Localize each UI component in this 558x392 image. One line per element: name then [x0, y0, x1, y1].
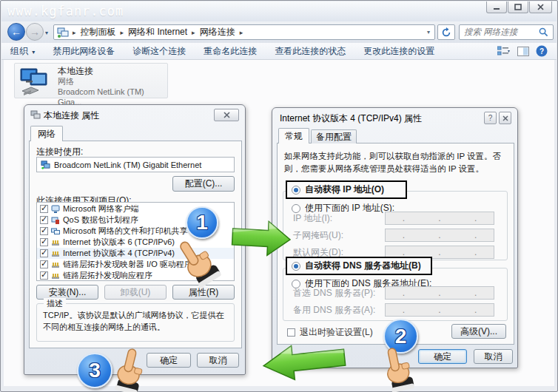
search-placeholder: 搜索 网络连接 [464, 27, 539, 38]
description-text: TCP/IP。该协议是默认的广域网络协议，它提供在不同的相互连接的网络上的通讯。 [37, 304, 234, 334]
client-service-icon [51, 205, 60, 214]
address-bar[interactable]: ▸ 控制面板 ▸ 网络和 Internet ▸ 网络连接 ▸ ▾ [53, 24, 435, 40]
qos-service-icon [51, 216, 60, 225]
views-icon[interactable] [497, 46, 511, 56]
adapter-icon [41, 160, 50, 169]
radio-manual-ip[interactable] [292, 204, 300, 213]
maximize-button[interactable] [508, 1, 528, 13]
search-icon[interactable] [539, 27, 548, 37]
checkbox-icon[interactable] [40, 216, 48, 224]
checkbox-icon[interactable] [40, 238, 48, 246]
step-arrow-right-icon [230, 216, 295, 262]
alternate-dns-label: 备用 DNS 服务器(A): [293, 304, 375, 317]
breadcrumb-separator: ▸ [239, 29, 244, 36]
auto-dns-highlight-box: 自动获得 DNS 服务器地址(B) [286, 257, 432, 275]
breadcrumb-control-panel[interactable]: 控制面板 [77, 26, 120, 38]
checkbox-icon[interactable] [40, 249, 48, 257]
forward-button[interactable]: → [26, 23, 44, 41]
close-button[interactable] [214, 109, 239, 121]
list-item-label: Microsoft 网络客户端 [63, 203, 139, 214]
preview-pane-icon[interactable] [517, 47, 529, 56]
checkbox-icon[interactable] [40, 205, 48, 213]
description-groupbox: 描述 TCP/IP。该协议是默认的广域网络协议，它提供在不同的相互连接的网络上的… [36, 303, 235, 342]
checkbox-icon[interactable] [40, 260, 48, 268]
command-toolbar: 组织 ▾ 禁用此网络设备 诊断这个连接 重命名此连接 查看此连接的状态 更改此连… [1, 43, 557, 60]
dialog-title: 本地连接 属性 [44, 109, 99, 122]
watermark-text: www.kgfanr.com [7, 4, 124, 18]
breadcrumb-network-connections[interactable]: 网络连接 [196, 26, 239, 38]
close-button[interactable] [529, 1, 552, 13]
tab-network[interactable]: 网络 [30, 126, 63, 141]
radio-auto-ip-label: 自动获得 IP 地址(O) [305, 183, 384, 196]
back-button[interactable]: ← [7, 23, 25, 41]
dialog-title-bar[interactable]: Internet 协议版本 4 (TCP/IPv4) 属性 ? [272, 108, 517, 127]
toolbar-change-settings[interactable]: 更改此连接的设置 [354, 45, 443, 58]
preferred-dns-input [385, 286, 494, 300]
title-bar[interactable]: www.kgfanr.com [1, 1, 557, 21]
address-dropdown-caret-icon[interactable]: ▾ [427, 29, 431, 36]
checkbox-icon[interactable] [40, 271, 48, 280]
intro-text: 如果网络支持此功能，则可以获取自动指派的 IP 设置。否则，您需要从网络系统管理… [284, 150, 502, 176]
local-properties-dialog: 本地连接 属性 网络 连接时使用: Broadcom NetLink (TM) … [24, 104, 246, 375]
list-item-label: 链路层拓扑发现响应程序 [63, 270, 152, 281]
forward-arrow-icon: → [30, 26, 40, 38]
sharing-service-icon [51, 227, 60, 236]
auto-ip-highlight-box: 自动获得 IP 地址(O) [286, 180, 407, 199]
protocol-icon [51, 238, 60, 247]
checkbox-icon[interactable] [40, 227, 48, 235]
tile-network-label: 网络 [58, 76, 167, 87]
radio-auto-ip[interactable] [292, 186, 300, 195]
nav-history-caret-icon[interactable]: ▾ [45, 30, 48, 36]
configure-button[interactable]: 配置(C)... [172, 176, 235, 192]
organize-menu[interactable]: 组织 ▾ [1, 45, 44, 58]
refresh-button[interactable] [437, 24, 455, 40]
tab-alternate-config[interactable]: 备用配置 [311, 129, 357, 143]
local-connection-tile[interactable]: 本地连接 网络 Broadcom NetLink (TM) Giga... [14, 63, 168, 98]
screenshot-root: www.kgfanr.com ← → ▾ [0, 0, 558, 392]
tab-general[interactable]: 常规 [278, 128, 309, 143]
help-button[interactable]: ? [484, 112, 497, 124]
list-item-label: Internet 协议版本 6 (TCP/IPv6) [63, 237, 175, 248]
search-box[interactable]: 搜索 网络连接 [459, 24, 554, 40]
toolbar-view-status[interactable]: 查看此连接的状态 [266, 45, 354, 58]
back-arrow-icon: ← [11, 26, 21, 38]
radio-auto-dns-label: 自动获得 DNS 服务器地址(B) [305, 260, 421, 272]
close-button[interactable] [499, 112, 511, 124]
close-icon [502, 115, 508, 121]
toolbar-diagnose-connection[interactable]: 诊断这个连接 [124, 45, 195, 58]
cancel-button[interactable]: 取消 [197, 353, 239, 368]
help-icon: ? [488, 114, 493, 122]
dialog-title: Internet 协议版本 4 (TCP/IPv4) 属性 [280, 112, 422, 125]
adapter-field[interactable]: Broadcom NetLink (TM) Gigabit Ethernet [36, 157, 235, 172]
subnet-mask-input [385, 229, 494, 242]
minimize-button[interactable] [486, 1, 507, 13]
dialog-icon [30, 109, 41, 120]
minimize-icon [493, 4, 500, 10]
advanced-button[interactable]: 高级(V)... [451, 324, 506, 339]
list-item-label: Internet 协议版本 4 (TCP/IPv4) [63, 248, 175, 259]
toolbar-rename-connection[interactable]: 重命名此连接 [195, 45, 266, 58]
install-button[interactable]: 安装(N)... [36, 285, 98, 300]
refresh-icon [441, 27, 451, 38]
breadcrumb-network-internet[interactable]: 网络和 Internet [124, 26, 191, 38]
list-item-label: QoS 数据包计划程序 [63, 214, 138, 226]
subnet-mask-label: 子网掩码(U): [293, 229, 343, 242]
ok-button[interactable]: 确定 [418, 349, 467, 364]
dialog-title-bar[interactable]: 本地连接 属性 [24, 105, 245, 124]
protocol-icon [51, 249, 60, 258]
step-arrow-left-icon [257, 336, 350, 389]
tile-title: 本地连接 [58, 66, 167, 76]
cancel-button[interactable]: 取消 [474, 349, 513, 364]
alternate-dns-input [385, 303, 494, 317]
validate-checkbox[interactable] [287, 328, 295, 337]
list-item-label: Microsoft 网络的文件和打印机共享 [63, 226, 188, 237]
toolbar-disable-device[interactable]: 禁用此网络设备 [44, 45, 124, 58]
adapter-name: Broadcom NetLink (TM) Gigabit Ethernet [54, 160, 201, 169]
help-icon[interactable]: ? [536, 45, 548, 57]
protocol-icon [51, 260, 60, 269]
dropdown-caret-icon: ▾ [30, 49, 35, 55]
close-icon [223, 112, 230, 118]
radio-auto-dns[interactable] [292, 262, 300, 271]
network-location-icon [57, 27, 69, 38]
preferred-dns-label: 首选 DNS 服务器(P): [293, 287, 375, 300]
